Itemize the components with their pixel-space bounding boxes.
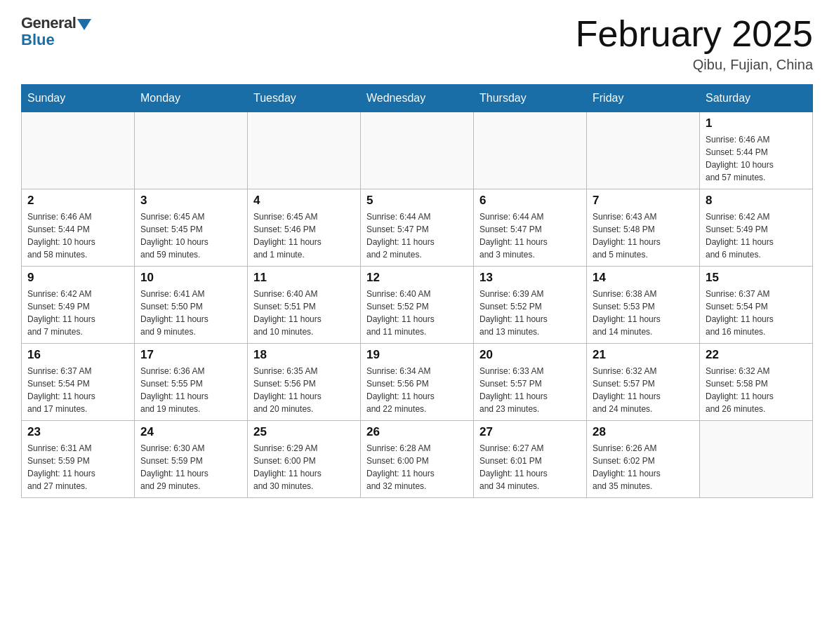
day-number: 4 — [253, 194, 355, 208]
day-number: 8 — [706, 194, 807, 208]
day-of-week-header: Saturday — [700, 85, 813, 112]
calendar-cell — [587, 112, 700, 189]
calendar-cell: 18Sunrise: 6:35 AM Sunset: 5:56 PM Dayli… — [248, 344, 361, 421]
calendar-cell: 26Sunrise: 6:28 AM Sunset: 6:00 PM Dayli… — [361, 421, 474, 498]
logo-arrow-icon — [77, 19, 91, 30]
calendar-week-row: 2Sunrise: 6:46 AM Sunset: 5:44 PM Daylig… — [22, 189, 813, 267]
day-number: 26 — [366, 425, 468, 439]
calendar-cell: 1Sunrise: 6:46 AM Sunset: 5:44 PM Daylig… — [700, 112, 813, 189]
day-number: 16 — [27, 348, 128, 362]
calendar-cell: 19Sunrise: 6:34 AM Sunset: 5:56 PM Dayli… — [361, 344, 474, 421]
calendar-cell: 20Sunrise: 6:33 AM Sunset: 5:57 PM Dayli… — [474, 344, 587, 421]
day-info: Sunrise: 6:40 AM Sunset: 5:52 PM Dayligh… — [366, 288, 468, 338]
calendar-cell: 6Sunrise: 6:44 AM Sunset: 5:47 PM Daylig… — [474, 189, 587, 267]
day-number: 1 — [706, 116, 807, 130]
calendar-cell: 2Sunrise: 6:46 AM Sunset: 5:44 PM Daylig… — [22, 189, 135, 267]
day-info: Sunrise: 6:27 AM Sunset: 6:01 PM Dayligh… — [479, 442, 581, 492]
calendar-week-row: 1Sunrise: 6:46 AM Sunset: 5:44 PM Daylig… — [22, 112, 813, 189]
calendar-cell: 7Sunrise: 6:43 AM Sunset: 5:48 PM Daylig… — [587, 189, 700, 267]
day-info: Sunrise: 6:46 AM Sunset: 5:44 PM Dayligh… — [706, 133, 807, 184]
calendar-table: SundayMondayTuesdayWednesdayThursdayFrid… — [21, 84, 813, 498]
day-info: Sunrise: 6:45 AM Sunset: 5:45 PM Dayligh… — [140, 210, 241, 261]
calendar-cell: 23Sunrise: 6:31 AM Sunset: 5:59 PM Dayli… — [22, 421, 135, 498]
calendar-week-row: 23Sunrise: 6:31 AM Sunset: 5:59 PM Dayli… — [22, 421, 813, 498]
day-of-week-header: Sunday — [22, 85, 135, 112]
day-number: 19 — [366, 348, 468, 362]
calendar-cell — [474, 112, 587, 189]
day-number: 15 — [706, 271, 807, 285]
day-info: Sunrise: 6:37 AM Sunset: 5:54 PM Dayligh… — [706, 288, 807, 338]
day-info: Sunrise: 6:44 AM Sunset: 5:47 PM Dayligh… — [479, 210, 581, 261]
day-info: Sunrise: 6:32 AM Sunset: 5:57 PM Dayligh… — [593, 365, 694, 415]
calendar-cell: 4Sunrise: 6:45 AM Sunset: 5:46 PM Daylig… — [248, 189, 361, 267]
calendar-cell: 11Sunrise: 6:40 AM Sunset: 5:51 PM Dayli… — [248, 267, 361, 344]
calendar-week-row: 16Sunrise: 6:37 AM Sunset: 5:54 PM Dayli… — [22, 344, 813, 421]
day-info: Sunrise: 6:29 AM Sunset: 6:00 PM Dayligh… — [253, 442, 355, 492]
day-number: 21 — [593, 348, 694, 362]
calendar-header-row: SundayMondayTuesdayWednesdayThursdayFrid… — [22, 85, 813, 112]
logo-general-text: General — [21, 14, 76, 32]
day-info: Sunrise: 6:43 AM Sunset: 5:48 PM Dayligh… — [593, 210, 694, 261]
day-info: Sunrise: 6:44 AM Sunset: 5:47 PM Dayligh… — [366, 210, 468, 261]
day-info: Sunrise: 6:42 AM Sunset: 5:49 PM Dayligh… — [27, 288, 128, 338]
day-info: Sunrise: 6:26 AM Sunset: 6:02 PM Dayligh… — [593, 442, 694, 492]
calendar-cell: 25Sunrise: 6:29 AM Sunset: 6:00 PM Dayli… — [248, 421, 361, 498]
day-number: 11 — [253, 271, 355, 285]
day-of-week-header: Thursday — [474, 85, 587, 112]
day-of-week-header: Wednesday — [361, 85, 474, 112]
day-number: 17 — [140, 348, 241, 362]
calendar-cell: 24Sunrise: 6:30 AM Sunset: 5:59 PM Dayli… — [135, 421, 248, 498]
day-number: 5 — [366, 194, 468, 208]
calendar-cell — [135, 112, 248, 189]
day-info: Sunrise: 6:30 AM Sunset: 5:59 PM Dayligh… — [140, 442, 241, 492]
location-text: Qibu, Fujian, China — [576, 57, 813, 73]
day-info: Sunrise: 6:32 AM Sunset: 5:58 PM Dayligh… — [706, 365, 807, 415]
day-info: Sunrise: 6:46 AM Sunset: 5:44 PM Dayligh… — [27, 210, 128, 261]
day-of-week-header: Tuesday — [248, 85, 361, 112]
calendar-cell — [361, 112, 474, 189]
day-of-week-header: Friday — [587, 85, 700, 112]
day-info: Sunrise: 6:31 AM Sunset: 5:59 PM Dayligh… — [27, 442, 128, 492]
calendar-cell — [22, 112, 135, 189]
calendar-cell: 14Sunrise: 6:38 AM Sunset: 5:53 PM Dayli… — [587, 267, 700, 344]
day-of-week-header: Monday — [135, 85, 248, 112]
day-number: 18 — [253, 348, 355, 362]
day-number: 14 — [593, 271, 694, 285]
day-info: Sunrise: 6:36 AM Sunset: 5:55 PM Dayligh… — [140, 365, 241, 415]
day-number: 9 — [27, 271, 128, 285]
calendar-cell: 22Sunrise: 6:32 AM Sunset: 5:58 PM Dayli… — [700, 344, 813, 421]
day-info: Sunrise: 6:28 AM Sunset: 6:00 PM Dayligh… — [366, 442, 468, 492]
day-info: Sunrise: 6:39 AM Sunset: 5:52 PM Dayligh… — [479, 288, 581, 338]
calendar-cell: 17Sunrise: 6:36 AM Sunset: 5:55 PM Dayli… — [135, 344, 248, 421]
day-info: Sunrise: 6:38 AM Sunset: 5:53 PM Dayligh… — [593, 288, 694, 338]
calendar-cell: 27Sunrise: 6:27 AM Sunset: 6:01 PM Dayli… — [474, 421, 587, 498]
day-number: 20 — [479, 348, 581, 362]
calendar-cell: 10Sunrise: 6:41 AM Sunset: 5:50 PM Dayli… — [135, 267, 248, 344]
calendar-cell — [248, 112, 361, 189]
day-number: 6 — [479, 194, 581, 208]
calendar-cell: 3Sunrise: 6:45 AM Sunset: 5:45 PM Daylig… — [135, 189, 248, 267]
calendar-cell: 15Sunrise: 6:37 AM Sunset: 5:54 PM Dayli… — [700, 267, 813, 344]
day-info: Sunrise: 6:41 AM Sunset: 5:50 PM Dayligh… — [140, 288, 241, 338]
day-number: 24 — [140, 425, 241, 439]
calendar-cell: 8Sunrise: 6:42 AM Sunset: 5:49 PM Daylig… — [700, 189, 813, 267]
day-info: Sunrise: 6:33 AM Sunset: 5:57 PM Dayligh… — [479, 365, 581, 415]
calendar-week-row: 9Sunrise: 6:42 AM Sunset: 5:49 PM Daylig… — [22, 267, 813, 344]
calendar-cell: 16Sunrise: 6:37 AM Sunset: 5:54 PM Dayli… — [22, 344, 135, 421]
calendar-cell: 5Sunrise: 6:44 AM Sunset: 5:47 PM Daylig… — [361, 189, 474, 267]
day-info: Sunrise: 6:35 AM Sunset: 5:56 PM Dayligh… — [253, 365, 355, 415]
day-info: Sunrise: 6:45 AM Sunset: 5:46 PM Dayligh… — [253, 210, 355, 261]
calendar-cell: 12Sunrise: 6:40 AM Sunset: 5:52 PM Dayli… — [361, 267, 474, 344]
day-info: Sunrise: 6:42 AM Sunset: 5:49 PM Dayligh… — [706, 210, 807, 261]
day-number: 28 — [593, 425, 694, 439]
title-block: February 2025 Qibu, Fujian, China — [576, 14, 813, 73]
day-number: 22 — [706, 348, 807, 362]
calendar-cell: 13Sunrise: 6:39 AM Sunset: 5:52 PM Dayli… — [474, 267, 587, 344]
day-number: 13 — [479, 271, 581, 285]
calendar-cell: 9Sunrise: 6:42 AM Sunset: 5:49 PM Daylig… — [22, 267, 135, 344]
calendar-cell: 21Sunrise: 6:32 AM Sunset: 5:57 PM Dayli… — [587, 344, 700, 421]
month-title: February 2025 — [576, 14, 813, 54]
calendar-cell: 28Sunrise: 6:26 AM Sunset: 6:02 PM Dayli… — [587, 421, 700, 498]
logo-blue-text: Blue — [21, 31, 55, 49]
day-number: 2 — [27, 194, 128, 208]
